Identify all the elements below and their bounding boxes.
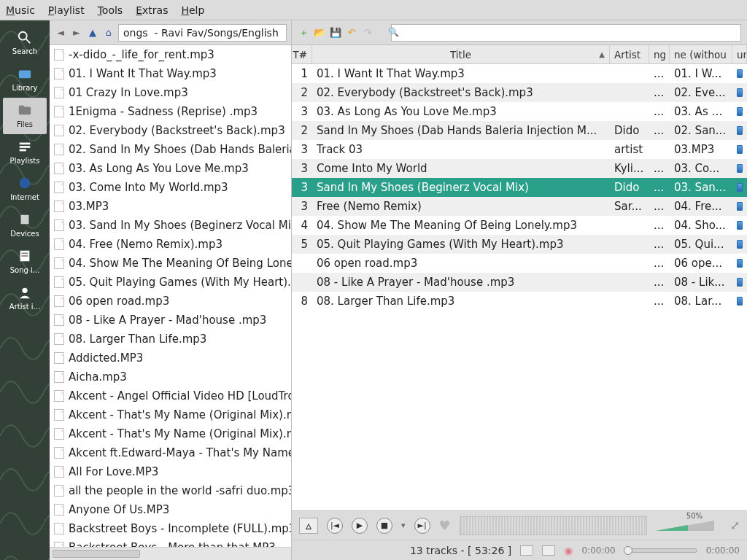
sidebar-item-playlists[interactable]: Playlists (3, 134, 47, 171)
file-row[interactable]: Akcent ft.Edward-Maya - That's My Name.m… (50, 443, 291, 462)
scrobble-icon[interactable]: ◉ (564, 545, 573, 556)
file-row[interactable]: 01. I Want It That Way.mp3 (50, 64, 291, 83)
file-row[interactable]: 02. Everybody (Backstreet's Back).mp3 (50, 121, 291, 140)
playlist-new-icon[interactable]: ＋ (298, 27, 309, 39)
repeat-icon[interactable] (520, 545, 533, 556)
devices-icon (15, 211, 35, 228)
playlist-row[interactable]: 303. As Long As You Love Me.mp3...03. As… (292, 102, 747, 121)
file-row[interactable]: Aicha.mp3 (50, 368, 291, 386)
volume-slider[interactable]: 50% (656, 521, 721, 531)
sidebar-item-label: Search (3, 47, 47, 55)
sidebar-item-internet[interactable]: Internet (3, 171, 47, 207)
file-row[interactable]: 03.MP3 (50, 197, 291, 216)
search-icon (15, 29, 35, 45)
file-hscrollbar[interactable] (50, 547, 291, 560)
cell-filename: 06 ope... (670, 257, 732, 270)
nav-back-icon[interactable]: ◄ (54, 26, 67, 39)
file-row[interactable]: 03. Sand In My Shoes (Beginerz Vocal Mix… (50, 216, 291, 235)
file-row[interactable]: 04. Free (Nemo Remix).mp3 (50, 235, 291, 254)
playlist-row[interactable]: 808. Larger Than Life.mp3...08. Lar... (292, 292, 747, 311)
sidebar-item-artistinfo[interactable]: Artist i... (3, 280, 47, 316)
nav-up-icon[interactable]: ▲ (86, 26, 99, 39)
col-track-number[interactable]: T# (292, 45, 312, 63)
col-artist[interactable]: Artist (610, 45, 649, 63)
file-row[interactable]: all the people in the world -safri duo.m… (50, 481, 291, 500)
playlist-row[interactable]: 3Sand In My Shoes (Beginerz Vocal Mix)Di… (292, 178, 747, 197)
file-row[interactable]: 02. Sand In My Shoes (Dab Hands Baleria … (50, 140, 291, 159)
playlist-save-icon[interactable]: 💾 (330, 27, 341, 39)
prev-button[interactable]: |◄ (327, 518, 343, 534)
path-input[interactable] (118, 24, 287, 42)
stop-button[interactable]: ■ (376, 518, 392, 534)
cell-track-number: 5 (292, 238, 312, 251)
file-row[interactable]: 05. Quit Playing Games (With My Heart).m… (50, 273, 291, 292)
sidebar-item-library[interactable]: Library (3, 61, 47, 98)
file-row[interactable]: 03. Come Into My World.mp3 (50, 178, 291, 197)
cell-title: 02. Everybody (Backstreet's Back).mp3 (312, 86, 610, 99)
file-row[interactable]: 01 Crazy In Love.mp3 (50, 83, 291, 102)
playlist-open-icon[interactable]: 📂 (314, 27, 325, 39)
expand-icon[interactable]: ⤢ (730, 518, 740, 532)
col-title[interactable]: Title▲ (312, 45, 610, 63)
collapse-panel-button[interactable]: ▵ (299, 518, 318, 534)
playlist-row[interactable]: 101. I Want It That Way.mp3...01. I W... (292, 64, 747, 83)
sidebar-item-search[interactable]: Search (3, 25, 47, 61)
playlist-filter-input[interactable] (391, 24, 741, 42)
next-button[interactable]: ►| (414, 518, 430, 534)
col-length[interactable]: ng (649, 45, 670, 63)
menu-extras[interactable]: Extras (136, 4, 168, 16)
file-row[interactable]: Anyone Of Us.MP3 (50, 500, 291, 519)
file-name: Addicted.MP3 (69, 351, 143, 365)
menu-help[interactable]: Help (181, 4, 204, 16)
playlist-row[interactable]: 505. Quit Playing Games (With My Heart).… (292, 235, 747, 254)
play-button[interactable]: ▶ (352, 518, 368, 534)
file-list[interactable]: -x-dido_-_life_for_rent.mp301. I Want It… (50, 45, 291, 547)
songinfo-icon (15, 248, 35, 264)
menu-tools[interactable]: Tools (98, 4, 123, 16)
shuffle-icon[interactable] (542, 545, 555, 556)
sidebar-item-songinfo[interactable]: Song i... (3, 244, 47, 280)
file-icon (54, 276, 64, 288)
playlist-row[interactable]: 202. Everybody (Backstreet's Back).mp3..… (292, 83, 747, 102)
file-name: 01. I Want It That Way.mp3 (69, 67, 217, 80)
favorite-icon[interactable]: ♥ (439, 518, 451, 533)
cell-filename: 08 - Lik... (670, 276, 732, 289)
file-row[interactable]: Akcent - Angel Official Video HD [LoudTr… (50, 386, 291, 405)
file-row[interactable]: -x-dido_-_life_for_rent.mp3 (50, 45, 291, 64)
menu-playlist[interactable]: Playlist (48, 4, 85, 16)
playlist-undo-icon[interactable]: ↶ (346, 27, 357, 39)
file-row[interactable]: Akcent - That's My Name (Original Mix).m… (50, 424, 291, 443)
playlist-row[interactable]: 3Free (Nemo Remix)Sar......04. Fre... (292, 197, 747, 216)
file-row[interactable]: All For Love.MP3 (50, 462, 291, 481)
sidebar-item-devices[interactable]: Devices (3, 207, 47, 244)
playlist-row[interactable]: 3Come Into My WorldKyli......03. Co... (292, 159, 747, 178)
menu-music[interactable]: Music (6, 4, 35, 16)
playlist-row[interactable]: 06 open road.mp3...06 ope... (292, 254, 747, 273)
file-row[interactable]: Akcent - That's My Name (Original Mix).m… (50, 405, 291, 424)
file-row[interactable]: 08. Larger Than Life.mp3 (50, 330, 291, 349)
playlist-row[interactable]: 08 - Like A Prayer - Mad'house .mp3...08… (292, 273, 747, 292)
file-row[interactable]: 03. As Long As You Love Me.mp3 (50, 159, 291, 178)
playlist-redo-icon[interactable]: ↷ (362, 27, 374, 39)
file-row[interactable]: 06 open road.mp3 (50, 292, 291, 311)
playlist-header[interactable]: T# Title▲ Artist ng ne (withou un (292, 45, 747, 64)
playlist-body[interactable]: 101. I Want It That Way.mp3...01. I W...… (292, 64, 747, 510)
file-row[interactable]: Backstreet Boys - More than that.MP3 (50, 538, 291, 547)
file-row[interactable]: Backstreet Boys - Incomplete (FULL).mp3 (50, 519, 291, 538)
file-icon (54, 201, 64, 212)
file-row[interactable]: 04. Show Me The Meaning Of Being Lonely.… (50, 254, 291, 273)
file-row[interactable]: 1Enigma - Sadness (Reprise) .mp3 (50, 102, 291, 121)
file-row[interactable]: 08 - Like A Prayer - Mad'house .mp3 (50, 311, 291, 330)
col-filename[interactable]: ne (withou (670, 45, 732, 63)
sidebar-item-files[interactable]: Files (3, 98, 47, 134)
playlist-row[interactable]: 3Track 03artist03.MP3 (292, 140, 747, 159)
dropdown-icon[interactable]: ▾ (401, 521, 406, 530)
col-unknown[interactable]: un (732, 45, 747, 63)
seek-slider[interactable] (624, 548, 697, 553)
file-icon (54, 504, 64, 516)
playlist-row[interactable]: 2Sand In My Shoes (Dab Hands Baleria Inj… (292, 121, 747, 140)
nav-home-icon[interactable]: ⌂ (102, 26, 115, 39)
playlist-row[interactable]: 404. Show Me The Meaning Of Being Lonely… (292, 216, 747, 235)
file-row[interactable]: Addicted.MP3 (50, 349, 291, 368)
nav-forward-icon[interactable]: ► (70, 26, 83, 39)
